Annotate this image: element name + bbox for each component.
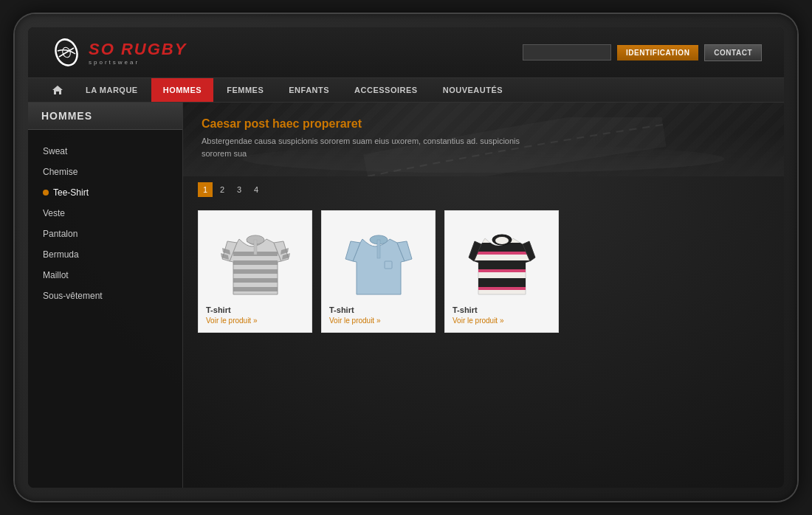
sidebar-sousvt-label: Sous-vêtement [43,291,103,301]
pagination: 1 2 3 4 [183,176,784,203]
svg-rect-16 [474,269,530,272]
logo-rugby: RUGBY [121,40,187,58]
svg-point-19 [495,237,509,244]
header-right: IDENTIFICATION CONTACT [523,44,762,61]
contact-button[interactable]: CONTACT [704,44,762,61]
sidebar-teeshirt-label: Tee-Shirt [53,187,89,198]
header: SO RUGBY sportswear IDENTIFICATION CONTA… [28,27,784,78]
identification-button[interactable]: IDENTIFICATION [617,45,698,61]
product-image-2 [329,218,427,300]
nav-la-marque[interactable]: LA MARQUE [74,78,150,102]
sidebar-item-chemise[interactable]: Chemise [28,162,182,182]
tablet-frame: SO RUGBY sportswear IDENTIFICATION CONTA… [15,14,797,501]
svg-rect-4 [233,269,278,274]
content-wrapper: SO RUGBY sportswear IDENTIFICATION CONTA… [28,27,784,488]
sidebar-item-pantalon[interactable]: Pantalon [28,224,182,244]
product-link-2[interactable]: Voir le produit » [329,317,427,325]
nav-nouveautes[interactable]: NOUVEAUTÉS [431,78,515,102]
sidebar-sweat-label: Sweat [43,146,67,156]
product-title-2: T-shirt [329,305,427,314]
nav-femmes[interactable]: FEMMES [215,78,275,102]
sidebar-item-sous-vetement[interactable]: Sous-vêtement [28,286,182,306]
banner-title: Caesar post haec properaret [202,117,765,131]
product-card-1[interactable]: T-shirt Voir le produit » [198,210,312,333]
active-dot-indicator [43,190,49,196]
product-link-1[interactable]: Voir le produit » [206,317,304,325]
page-1-button[interactable]: 1 [198,182,213,197]
nav-hommes[interactable]: HOMMES [151,78,214,102]
logo-so: S [89,40,101,58]
sidebar-bermuda-label: Bermuda [43,249,79,260]
logo-sub-text: sportswear [89,59,187,66]
product-title-3: T-shirt [453,305,551,314]
nav-enfants[interactable]: ENFANTS [277,78,341,102]
search-input[interactable] [523,44,611,61]
content-area: Caesar post haec properaret Abstergendae… [183,103,784,488]
tablet-screen: SO RUGBY sportswear IDENTIFICATION CONTA… [28,27,784,488]
svg-rect-13 [474,260,530,269]
sidebar-item-bermuda[interactable]: Bermuda [28,244,182,265]
sidebar-menu: Sweat Chemise Tee-Shirt Veste [28,130,182,317]
nav-accessoires[interactable]: ACCESSOIRES [343,78,430,102]
tshirt-striped-gray-svg [219,221,292,298]
navigation-bar: LA MARQUE HOMMES FEMMES ENFANTS ACCESSOI… [28,78,784,103]
product-image-3 [453,218,551,300]
svg-rect-5 [233,278,278,283]
logo-main-text: SO RUGBY [89,40,187,59]
logo-area: SO RUGBY sportswear [50,36,187,69]
svg-rect-6 [233,287,278,291]
sidebar-item-veste[interactable]: Veste [28,203,182,224]
logo-text-area: SO RUGBY sportswear [89,40,187,66]
sidebar-veste-label: Veste [43,208,65,218]
logo-icon [50,36,83,69]
banner-text: Abstergendae causa suspicionis sororem s… [202,135,526,159]
sidebar: HOMMES Sweat Chemise Tee-Shirt [28,103,183,488]
banner: Caesar post haec properaret Abstergendae… [183,103,784,176]
sidebar-title: HOMMES [28,103,182,130]
svg-rect-3 [233,260,278,265]
product-link-3[interactable]: Voir le produit » [453,317,551,325]
page-2-button[interactable]: 2 [215,182,230,197]
svg-rect-14 [474,278,530,287]
product-title-1: T-shirt [206,305,304,314]
svg-rect-17 [474,287,530,290]
svg-rect-15 [474,252,530,255]
tshirt-blue-svg [342,221,416,298]
logo-o: O [101,40,115,58]
svg-rect-8 [254,240,257,255]
sidebar-item-maillot[interactable]: Maillot [28,265,182,286]
sidebar-chemise-label: Chemise [43,167,78,177]
main-content: HOMMES Sweat Chemise Tee-Shirt [28,103,784,488]
nav-home[interactable] [43,79,72,101]
tshirt-dark-striped-svg [465,221,539,298]
product-card-3[interactable]: T-shirt Voir le produit » [444,210,559,333]
page-3-button[interactable]: 3 [232,182,247,197]
page-4-button[interactable]: 4 [249,182,264,197]
sidebar-pantalon-label: Pantalon [43,229,78,239]
home-icon [52,85,63,95]
product-image-1 [206,218,304,300]
products-grid: T-shirt Voir le produit » [183,203,784,344]
product-card-2[interactable]: T-shirt Voir le produit » [321,210,436,333]
sidebar-item-sweat[interactable]: Sweat [28,141,182,162]
sidebar-item-tee-shirt[interactable]: Tee-Shirt [28,182,182,203]
sidebar-maillot-label: Maillot [43,270,69,280]
svg-rect-10 [377,240,380,258]
